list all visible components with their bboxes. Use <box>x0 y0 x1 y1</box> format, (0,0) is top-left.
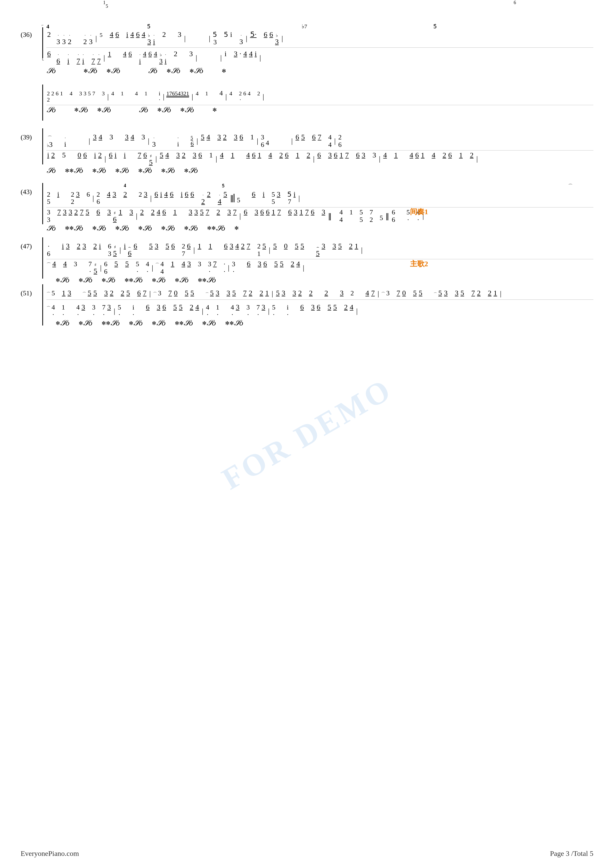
measure-number-36: (36) <box>21 23 39 39</box>
staves-36: 4 5̇ ♭7 5̇ 2 ·3 ·3 ·2 ·2 ·3 | 5 4 6 i <box>47 23 593 77</box>
score-section-39: (39) ⌒♭3 ·i | 3 4 3 3 4 3 | <box>21 128 593 175</box>
pedal-47: ✻ 𝒮̈o ✻ 𝒮̈o ✻ 𝒮̈o ✻✻ 𝒮̈o ✻ 𝒮̈o ✻ 𝒮̈o ✻✻ <box>47 276 593 285</box>
pedal-36b: 𝒮̈o ✻ 𝒮̈o ✻ 𝒮̈o 𝒮̈o ✻ 𝒮̈o ✻ 𝒮̈o ✻ <box>47 105 593 115</box>
pedal-43: 𝒮̈o ✻✻ 𝒮̈o ✻ 𝒮̈o ✻ 𝒮̈o ✻ 𝒮̈o ✻ 𝒮̈o ✻ 𝒮̈o <box>47 223 593 233</box>
lower-staff-39: i 2 5 0 6 i 2 | 6 i i 7 6 ♯5 | 5 <box>47 150 593 166</box>
section-label-interlude1: 间奏1 <box>410 208 428 216</box>
lower-staff-36: 6 ·6 ·i ·7 ·i ·7 ·7 | 1 4 6 ·i 4 6 <box>47 48 593 66</box>
note: ·3 <box>62 34 66 45</box>
upper-staff-39: ⌒♭3 ·i | 3 4 3 3 4 3 | ·3 ·i <box>47 128 593 150</box>
pedal-39: 𝒮̈o ✻✻ 𝒮̈o ✻ 𝒮̈o ✻ 𝒮̈o ✻ 𝒮̈o ✻ 𝒮̈o ✻ 𝒮̈o <box>47 166 593 175</box>
footer-website: EveryonePiano.com <box>21 849 79 858</box>
note: 2 <box>47 31 51 38</box>
upper-staff-36: 4 5̇ ♭7 5̇ 2 ·3 ·3 ·2 ·2 ·3 | 5 4 6 i <box>47 23 593 48</box>
footer-page: Page 3 /Total 5 <box>550 849 593 858</box>
section-label-verse2: 主歌2 <box>410 260 428 268</box>
note: ·3 <box>89 34 93 45</box>
staves-36b: 1 5 6 22 2 6 1 4 3 3 5 7 3 | 4 <box>47 85 593 115</box>
watermark: FOR DEMO <box>216 371 398 497</box>
pedal-36: 𝒮̈o ✻ 𝒮̈o ✻ 𝒮̈o 𝒮̈o ✻ 𝒮̈o ✻ 𝒮̈o ✻ <box>47 66 593 77</box>
score-section-36: (36) ⌐ └ 4 5̇ ♭7 5̇ 2 ·3 ·3 ·2 ·2 ·3 <box>21 23 593 77</box>
upper-staff-36b: 1 5 6 22 2 6 1 4 3 3 5 7 3 | 4 <box>47 85 593 105</box>
note: ·2 <box>68 34 72 45</box>
pedal-51: ✻ 𝒮̈o ✻ 𝒮̈o ✻✻ 𝒮̈o ✻ 𝒮̈o ✻ 𝒮̈o ✻✻ 𝒮̈o ✻ <box>47 319 593 328</box>
measure-number-47: (47) <box>21 237 39 250</box>
measure-number-51: (51) <box>21 284 39 297</box>
music-score-page: FOR DEMO (36) ⌐ └ 4 5̇ ♭7 5̇ 2 ·3 ·3 ·2 <box>0 0 614 868</box>
footer: EveryonePiano.com Page 3 /Total 5 <box>21 849 593 858</box>
bracket-36: ⌐ └ <box>39 23 47 62</box>
measure-number-39: (39) <box>21 128 39 141</box>
upper-staff-43: 4 5̇ ⌒ 25 i 22 3 6 | 26 4 3 2 2 <box>47 183 593 208</box>
bracket-36b <box>39 85 47 121</box>
upper-staff-47: ·6 i 3 2 3 2 i 63 ♯5 | i ⌢6 6 5 3 <box>47 237 593 259</box>
score-section-36b: 1 5 6 22 2 6 1 4 3 3 5 7 3 | 4 <box>21 85 593 121</box>
measure-number-43: (43) <box>21 183 39 196</box>
upper-staff-51: ⌒ 5 1 3 ⌒ 5 5 3 2 2 5 6 7 | <box>47 284 593 300</box>
lower-staff-51: ⌒ 4· 1· 4· 3 3· 7· 3 | 5· i· 6 3 <box>47 300 593 319</box>
note: ·2 <box>83 34 87 45</box>
score-section-51: (51) ⌒ 5 1 3 ⌒ 5 5 3 2 2 5 <box>21 284 593 328</box>
note: ·3 <box>56 34 60 45</box>
